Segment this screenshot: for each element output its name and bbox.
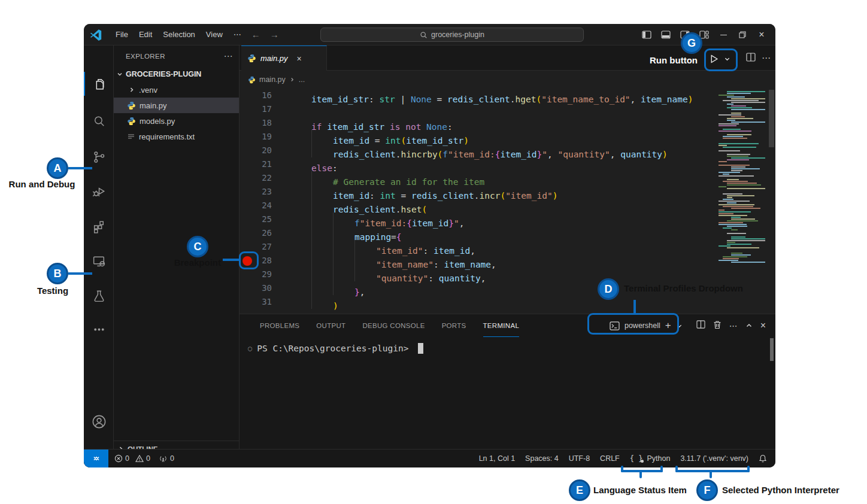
maximize-panel-chevron-icon[interactable] xyxy=(745,322,753,329)
code-text: item_id = int(item_id_str) xyxy=(290,130,469,144)
code-line-26[interactable]: 26mapping={ xyxy=(240,226,775,240)
breakpoint-margin[interactable] xyxy=(240,144,255,157)
toggle-primary-sidebar-icon[interactable] xyxy=(639,28,654,42)
breakpoint-margin[interactable] xyxy=(240,295,255,309)
code-line-22[interactable]: 22# Generate an id for the item xyxy=(240,171,775,185)
tab-close-icon[interactable]: × xyxy=(297,54,302,63)
problems-status[interactable]: 0 0 xyxy=(114,454,150,463)
code-line-20[interactable]: 20redis_client.hincrby(f"item_id:{item_i… xyxy=(240,144,775,157)
language-status-item[interactable]: { } Python xyxy=(630,454,671,463)
code-line-18[interactable]: 18if item_id_str is not None: xyxy=(240,116,775,130)
code-editor[interactable]: 16item_id_str: str | None = redis_client… xyxy=(240,89,775,314)
terminal-scrollbar[interactable] xyxy=(770,338,774,361)
breakpoint-margin[interactable] xyxy=(240,116,255,130)
accounts-icon[interactable] xyxy=(84,409,114,433)
breakpoint-margin[interactable] xyxy=(240,185,255,199)
broadcast-count: 0 xyxy=(170,454,174,463)
code-line-23[interactable]: 23item_id: int = redis_client.incr("item… xyxy=(240,185,775,199)
file-tree-item-requirements-txt[interactable]: requirements.txt xyxy=(114,129,239,144)
kill-terminal-trash-icon[interactable] xyxy=(713,320,722,332)
source-control-icon[interactable] xyxy=(84,145,114,169)
file-tree-item-models-py[interactable]: models.py xyxy=(114,113,239,129)
breakpoint-margin[interactable] xyxy=(240,268,255,281)
explorer-icon[interactable] xyxy=(84,72,114,96)
remote-icon xyxy=(92,454,101,463)
minimap[interactable] xyxy=(719,91,768,271)
close-button[interactable]: × xyxy=(754,28,769,42)
panel-tab-output[interactable]: OUTPUT xyxy=(316,314,345,337)
breadcrumb-symbol[interactable]: ... xyxy=(299,75,305,84)
breakpoint-margin[interactable] xyxy=(240,212,255,226)
panel-tab-terminal[interactable]: TERMINAL xyxy=(483,314,520,337)
annotation-b-circle: B xyxy=(47,263,68,284)
bell-icon[interactable] xyxy=(759,454,767,463)
cursor-position[interactable]: Ln 1, Col 1 xyxy=(479,454,515,463)
split-editor-icon[interactable] xyxy=(746,53,756,64)
panel-tab-ports[interactable]: PORTS xyxy=(442,314,466,337)
extensions-icon[interactable] xyxy=(84,214,114,238)
breakpoint-margin[interactable] xyxy=(240,89,255,102)
menu-selection[interactable]: Selection xyxy=(157,28,200,42)
remote-indicator[interactable] xyxy=(84,450,108,467)
encoding[interactable]: UTF-8 xyxy=(569,454,590,463)
restore-button[interactable] xyxy=(735,28,750,42)
python-interpreter[interactable]: 3.11.7 ('.venv': venv) xyxy=(680,454,748,463)
breakpoint-margin[interactable] xyxy=(240,199,255,212)
panel-tab-debug-console[interactable]: DEBUG CONSOLE xyxy=(362,314,425,337)
root-folder-row[interactable]: GROCERIES-PLUGIN xyxy=(114,66,239,82)
split-terminal-icon[interactable] xyxy=(696,320,705,331)
line-number: 20 xyxy=(255,144,272,157)
code-line-28[interactable]: 28"item_name": item_name, xyxy=(240,254,775,268)
nav-forward-icon[interactable]: → xyxy=(265,29,284,40)
code-line-17[interactable]: 17 xyxy=(240,102,775,116)
indentation[interactable]: Spaces: 4 xyxy=(525,454,559,463)
menu-view[interactable]: View xyxy=(201,28,228,42)
terminal-area[interactable]: ○ PS C:\Repos\groceries-plugin> xyxy=(248,343,423,354)
language-status-icon: { } xyxy=(630,454,643,463)
menu-edit[interactable]: Edit xyxy=(134,28,157,42)
file-tree-item--venv[interactable]: .venv xyxy=(114,82,239,98)
breadcrumb-file[interactable]: main.py xyxy=(259,75,286,84)
breakpoint-margin[interactable] xyxy=(240,171,255,185)
menu-more-icon[interactable]: ⋯ xyxy=(228,28,247,42)
menu-file[interactable]: File xyxy=(110,28,134,42)
breadcrumbs[interactable]: main.py ... xyxy=(240,71,775,89)
code-line-24[interactable]: 24redis_client.hset( xyxy=(240,199,775,212)
code-line-25[interactable]: 25f"item_id:{item_id}", xyxy=(240,212,775,226)
minimize-button[interactable] xyxy=(716,28,731,42)
command-decoration-icon: ○ xyxy=(248,344,252,353)
eol-sequence[interactable]: CRLF xyxy=(600,454,620,463)
editor-scrollbar[interactable] xyxy=(769,90,774,147)
breakpoint-margin[interactable] xyxy=(240,130,255,144)
tab-main-py[interactable]: main.py × xyxy=(241,45,327,71)
panel-tab-problems[interactable]: PROBLEMS xyxy=(260,314,299,337)
code-line-29[interactable]: 29"quantity": quantity, xyxy=(240,268,775,281)
file-tree-item-main-py[interactable]: main.py xyxy=(114,98,239,113)
breakpoint-margin[interactable] xyxy=(240,102,255,116)
remote-explorer-icon[interactable] xyxy=(84,249,114,273)
activity-bar xyxy=(84,45,114,449)
code-line-19[interactable]: 19item_id = int(item_id_str) xyxy=(240,130,775,144)
search-view-icon[interactable] xyxy=(84,109,114,133)
breakpoint-margin[interactable] xyxy=(240,157,255,171)
editor-more-actions-icon[interactable]: ⋯ xyxy=(762,53,771,63)
code-line-16[interactable]: 16item_id_str: str | None = redis_client… xyxy=(240,89,775,102)
panel-more-actions-icon[interactable]: ⋯ xyxy=(729,321,738,330)
code-line-31[interactable]: 31) xyxy=(240,295,775,309)
line-number: 22 xyxy=(255,171,272,185)
code-line-21[interactable]: 21else: xyxy=(240,157,775,171)
ports-status[interactable]: 0 xyxy=(159,454,174,463)
code-line-27[interactable]: 27"item_id": item_id, xyxy=(240,240,775,254)
explorer-more-icon[interactable]: ⋯ xyxy=(224,51,233,62)
nav-back-icon[interactable]: ← xyxy=(247,29,265,40)
run-and-debug-icon[interactable] xyxy=(84,180,114,204)
breakpoint-margin[interactable] xyxy=(240,226,255,240)
search-icon xyxy=(420,31,428,39)
close-panel-icon[interactable]: × xyxy=(760,320,766,331)
breakpoint-margin[interactable] xyxy=(240,281,255,295)
annotation-f-label: Selected Python Interpreter xyxy=(722,485,839,495)
toggle-panel-icon[interactable] xyxy=(658,28,674,42)
command-center-search[interactable]: groceries-plugin xyxy=(320,28,584,42)
testing-icon[interactable] xyxy=(84,284,114,308)
activity-more-icon[interactable] xyxy=(84,317,114,341)
